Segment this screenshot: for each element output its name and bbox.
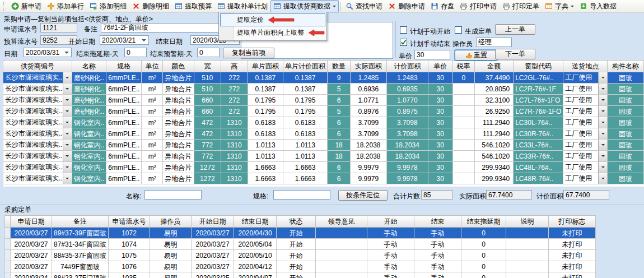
cell-piece-area[interactable]: 0.6183	[248, 117, 283, 128]
cell-part-name[interactable]: 固玻	[608, 140, 644, 151]
cell-amount[interactable]: 26.9250	[474, 106, 513, 117]
cell-status[interactable]: 开始	[277, 239, 316, 250]
cell-color[interactable]: 异地合片	[162, 72, 194, 84]
cell-remark[interactable]: 87#31-34F窗固玻	[52, 239, 109, 250]
order-row[interactable]: 2020/03/2788#35-37F窗固玻1075易明2020/03/2720…	[5, 250, 596, 261]
column-header-delivery-place[interactable]: 送货地点	[563, 61, 608, 72]
cell-end-delay[interactable]: 0	[461, 250, 506, 261]
order-row[interactable]: 2020/03/2774#9F窗固玻1076易明2020/03/272020/0…	[5, 261, 596, 272]
cell-end-date[interactable]: 2020/04/30	[234, 228, 277, 239]
cell-height[interactable]: 1310	[221, 173, 248, 184]
column-header-start[interactable]: 开始	[367, 216, 414, 228]
cell-note[interactable]	[506, 239, 549, 250]
cell-unit-price[interactable]: 30	[428, 140, 452, 151]
toolbar-button-print-order[interactable]: 打印定单	[500, 0, 542, 12]
cell-supplier-code[interactable]: 长沙市潇湘玻璃实..	[3, 128, 72, 140]
toolbar-button-save[interactable]: 存盘	[428, 0, 457, 12]
toolbar-button-add-detail[interactable]: 添加明细	[87, 0, 129, 12]
cell-apply-date[interactable]: 2020/03/24	[11, 272, 52, 278]
cell-window-code[interactable]: LC33L-76#..	[514, 140, 563, 151]
cell-window-code[interactable]: LC7R-76#-1FO	[514, 106, 563, 117]
cell-priced-area[interactable]: 3.7098	[386, 117, 428, 128]
cell-apply-date[interactable]: 2020/03/27	[11, 261, 52, 272]
cell-piece-area[interactable]: 0.6183	[248, 128, 283, 140]
cell-tax-rate[interactable]	[452, 140, 474, 151]
dropdown-arrow-icon[interactable]	[63, 106, 72, 117]
cell-priced-area[interactable]: 9.9978	[386, 162, 428, 173]
cell-amount[interactable]: 546.1020	[474, 140, 513, 151]
cell-amount[interactable]: 111.2940	[474, 128, 513, 140]
cell-qty[interactable]: 9	[328, 72, 351, 84]
dropdown-arrow-icon[interactable]	[63, 128, 72, 139]
cell-priced-area[interactable]: 3.7098	[386, 128, 428, 140]
column-header-piece-area[interactable]: 单片面积	[248, 61, 283, 72]
column-header-print-flag[interactable]: 打印标志	[549, 216, 596, 228]
cell-unit-price[interactable]: 30	[428, 106, 452, 117]
cell-leader-opinion[interactable]	[316, 228, 367, 239]
cell-piece-priced-area[interactable]: 0.1795	[283, 95, 327, 106]
cell-apply-no[interactable]: 1075	[109, 250, 150, 261]
cell-apply-no[interactable]: 1072	[109, 228, 150, 239]
cell-start-date[interactable]: 2020/03/27	[192, 228, 234, 239]
cell-supplier-code[interactable]: 长沙市潇湘玻璃实..	[3, 162, 72, 173]
cell-tax-rate[interactable]: 0	[452, 72, 474, 84]
cell-piece-priced-area[interactable]: 1.0113	[283, 151, 327, 162]
cell-name[interactable]: 磨砂钢化..	[72, 84, 106, 95]
cell-height[interactable]: 1310	[221, 140, 248, 151]
cell-piece-priced-area[interactable]: 0.6183	[283, 128, 327, 140]
cell-delivery-place[interactable]: 工厂使用	[563, 151, 608, 162]
cell-delivery-place[interactable]: 工厂使用	[563, 162, 608, 173]
toolbar-button-extract-budget[interactable]: 提取预算	[172, 0, 214, 12]
cell-operator[interactable]: 易明	[150, 228, 192, 239]
cell-print-flag[interactable]: 未打印	[549, 272, 596, 278]
cell-qty[interactable]: 6	[328, 128, 351, 140]
cell-start[interactable]: 手动	[367, 261, 414, 272]
manual-end-checkbox[interactable]	[400, 39, 407, 46]
cell-leader-opinion[interactable]	[316, 250, 367, 261]
cell-width[interactable]: 1272	[194, 162, 221, 173]
column-header-leader-opinion[interactable]: 领导意见	[316, 216, 367, 228]
cell-start[interactable]: 手动	[367, 250, 414, 261]
cell-delivery-place[interactable]: 工厂使用	[563, 140, 608, 151]
cell-piece-area[interactable]: 1.6663	[248, 162, 283, 173]
cell-qty[interactable]: 6	[328, 117, 351, 128]
cell-color[interactable]: 异地合片	[162, 140, 194, 151]
cell-width[interactable]: 772	[194, 151, 221, 162]
cell-remark[interactable]: 88#35-37F窗固玻	[52, 250, 109, 261]
cell-unit-price[interactable]: 30	[428, 72, 452, 84]
column-header-name[interactable]: 名称	[72, 61, 106, 72]
cell-actual-area[interactable]: 9.9979	[350, 173, 386, 184]
cell-window-code[interactable]: LC33R-76#..	[514, 151, 563, 162]
prev-order-button[interactable]: 上一单	[495, 24, 535, 35]
cell-delivery-place[interactable]: 工厂使用	[563, 84, 608, 95]
cell-window-code[interactable]: LC2R-76#-1F	[514, 84, 563, 95]
cell-piece-area[interactable]: 0.1387	[248, 84, 283, 95]
column-header-operator[interactable]: 操作员	[150, 216, 192, 228]
cell-end-delay[interactable]: 0	[461, 261, 506, 272]
cell-unit[interactable]: m²	[142, 106, 163, 117]
cell-piece-area[interactable]: 1.0113	[248, 140, 283, 151]
column-header-color[interactable]: 颜色	[162, 61, 194, 72]
cell-width[interactable]: 472	[194, 117, 221, 128]
cell-delivery-place[interactable]: 工厂使用	[563, 128, 608, 140]
cell-priced-area[interactable]: 9.9978	[386, 173, 428, 184]
cell-actual-area[interactable]: 18.2038	[350, 151, 386, 162]
cell-color[interactable]: 异地合片	[162, 162, 194, 173]
dropdown-arrow-icon[interactable]	[63, 72, 72, 83]
cell-height[interactable]: 272	[221, 106, 248, 117]
cell-actual-area[interactable]: 9.9979	[350, 162, 386, 173]
cell-priced-area[interactable]: 18.2034	[386, 151, 428, 162]
dropdown-arrow-icon[interactable]	[63, 173, 72, 184]
cell-start[interactable]: 手动	[367, 228, 414, 239]
cell-tax-rate[interactable]	[452, 106, 474, 117]
cell-name[interactable]: 钢化室内..	[72, 140, 106, 151]
cell-print-flag[interactable]: 未打印	[549, 228, 596, 239]
cell-qty[interactable]: 6	[328, 162, 351, 173]
cell-amount[interactable]: 111.2940	[474, 117, 513, 128]
remark-input[interactable]	[101, 23, 227, 33]
dropdown-arrow-icon[interactable]	[598, 84, 607, 94]
cell-height[interactable]: 272	[221, 95, 248, 106]
supply-item-row[interactable]: 长沙市潇湘玻璃实..磨砂钢化..6mmPLE..m²异地合片6602720.17…	[3, 95, 644, 106]
cell-tax-rate[interactable]	[452, 162, 474, 173]
column-header-end-date[interactable]: 结束日期	[234, 216, 277, 228]
